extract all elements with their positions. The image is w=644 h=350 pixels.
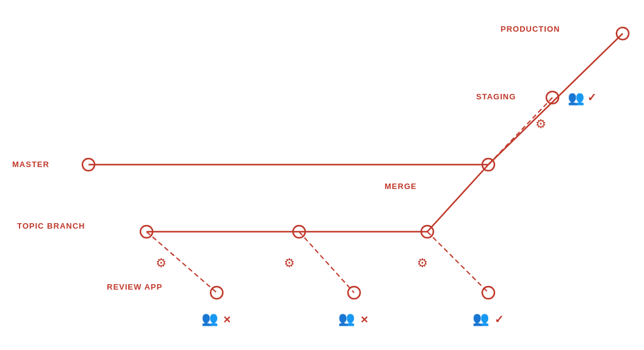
topic2-gear-icon: ⚙ [284,256,295,270]
review2-cross-icon: ✕ [360,315,368,325]
review2-people-icon: 👥 [338,310,355,327]
topic1-gear-icon: ⚙ [156,256,167,270]
staging-label: STAGING [476,92,516,101]
merge-label: MERGE [385,182,417,191]
master-label: MASTER [12,160,49,169]
topic3-gear-icon: ⚙ [417,256,428,270]
review3-node [482,287,494,299]
review-app-label: REVIEW APP [107,282,162,291]
merge-line [427,165,488,232]
staging-gear-icon: ⚙ [535,117,546,130]
workflow-diagram: PRODUCTION STAGING MASTER MERGE TOPIC BR… [0,0,644,350]
review3-people-icon: 👥 [472,310,490,327]
review1-node [211,287,223,299]
review3-dashed [427,232,488,293]
review1-cross-icon: ✕ [223,315,231,325]
production-label: PRODUCTION [501,24,560,34]
review1-people-icon: 👥 [201,310,219,327]
staging-check-icon: ✓ [587,91,596,104]
topic-branch-label: TOPIC BRANCH [17,221,85,230]
review2-dashed [299,232,354,293]
review3-check-icon: ✓ [494,313,504,326]
staging-people-icon: 👥 [568,90,585,106]
